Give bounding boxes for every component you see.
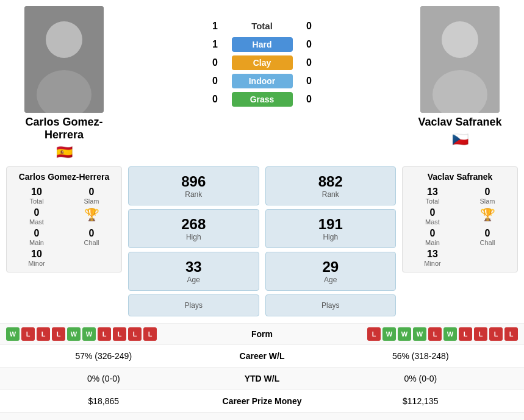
- bottom-left-2: $18,865: [6, 396, 201, 406]
- player2-minor-value: 13: [427, 249, 438, 260]
- player2-high-box: 191 High: [265, 209, 397, 248]
- player2-form-badge-5: W: [443, 327, 457, 341]
- form-label: Form: [226, 329, 299, 339]
- total-score-left: 1: [206, 21, 224, 32]
- player1-form-badge-0: W: [6, 327, 20, 341]
- player2-age-box: 29 Age: [265, 252, 397, 291]
- player2-form-badge-0: L: [367, 327, 381, 341]
- player2-form-badge-6: L: [459, 327, 472, 341]
- player2-slam-label: Slam: [479, 198, 495, 205]
- player1-form-badge-3: L: [52, 327, 65, 341]
- grass-row: 0 Grass 0: [122, 92, 402, 107]
- player1-form-badge-1: L: [21, 327, 35, 341]
- player1-chall-label: Chall: [84, 239, 99, 246]
- player2-total-value: 13: [427, 187, 438, 198]
- player1-total-label: Total: [29, 198, 43, 205]
- bottom-stats: 57% (326-249)Career W/L56% (318-248)0% (…: [0, 344, 524, 420]
- hard-row: 1 Hard 0: [122, 37, 402, 52]
- bottom-row-0: 57% (326-249)Career W/L56% (318-248): [0, 345, 524, 368]
- player1-flag: 🇪🇸: [56, 144, 73, 160]
- player1-form-badge-8: L: [128, 327, 142, 341]
- stats-section: Carlos Gomez-Herrera 10 Total 0 Slam 0 M…: [0, 163, 524, 323]
- player2-total-label: Total: [425, 198, 439, 205]
- player1-header: Carlos Gomez-Herrera 🇪🇸: [6, 6, 122, 160]
- player2-form-badge-8: L: [489, 327, 503, 341]
- indoor-badge: Indoor: [232, 74, 293, 88]
- player2-rank-value: 882: [318, 173, 343, 190]
- player1-total: 10 Total: [12, 187, 62, 205]
- player1-slam-value: 0: [89, 187, 95, 198]
- player2-mast: 0 Mast: [407, 207, 458, 226]
- player1-plays-box: Plays: [128, 294, 259, 316]
- player1-mast: 0 Mast: [12, 207, 62, 226]
- player2-trophy-cell: 🏆: [462, 207, 512, 226]
- player2-main: 0 Main: [407, 228, 458, 246]
- total-row: 1 Total 0: [122, 18, 402, 34]
- player1-form-badge-5: W: [82, 327, 96, 341]
- bottom-row-1: 0% (0-0)YTD W/L0% (0-0): [0, 368, 524, 390]
- player1-minor: 10 Minor: [12, 249, 62, 267]
- player2-total: 13 Total: [407, 187, 458, 205]
- player1-form-badge-7: L: [113, 327, 126, 341]
- svg-point-1: [46, 21, 82, 58]
- player2-chall-label: Chall: [479, 239, 495, 246]
- player1-minor-value: 10: [31, 249, 42, 260]
- player2-plays-box: Plays: [265, 294, 397, 316]
- surface-rows: 1 Total 0 1 Hard 0 0 Clay 0 0: [122, 18, 402, 110]
- player1-form-badge-4: W: [67, 327, 81, 341]
- total-badge: Total: [232, 18, 293, 34]
- bottom-row-2: $18,865Career Prize Money$112,135: [0, 390, 524, 413]
- player1-trophy-cell: 🏆: [66, 207, 117, 226]
- total-score-right: 0: [300, 21, 318, 32]
- player1-total-value: 10: [31, 187, 42, 198]
- player2-mast-label: Mast: [425, 218, 440, 226]
- player2-form: LWWWLWLLLL: [299, 327, 519, 341]
- hard-badge: Hard: [232, 37, 293, 52]
- player2-trophy-icon: 🏆: [480, 207, 495, 222]
- player2-rank-box: 882 Rank: [265, 166, 397, 205]
- player2-age-label: Age: [324, 276, 337, 284]
- bottom-label-0: Career W/L: [201, 351, 323, 361]
- player1-mast-label: Mast: [29, 218, 44, 226]
- player1-rank-value: 896: [181, 173, 206, 190]
- form-section: WLLLWWLLLL Form LWWWLWLLLL: [0, 323, 524, 344]
- indoor-row: 0 Indoor 0: [122, 74, 402, 88]
- main-container: Carlos Gomez-Herrera 🇪🇸 1 Total 0 1 Hard…: [0, 0, 524, 420]
- bottom-right-0: 56% (318-248): [323, 351, 519, 361]
- player1-mast-value: 0: [34, 207, 40, 218]
- players-header: Carlos Gomez-Herrera 🇪🇸 1 Total 0 1 Hard…: [0, 0, 524, 163]
- player2-main-label: Main: [425, 239, 440, 246]
- player1-slam: 0 Slam: [66, 187, 117, 205]
- bottom-label-2: Career Prize Money: [201, 396, 323, 406]
- indoor-score-right: 0: [300, 76, 318, 87]
- bottom-row-3: 0YTD Titles0: [0, 413, 524, 420]
- player1-chall-value: 0: [89, 228, 95, 239]
- player1-plays-label: Plays: [185, 301, 203, 310]
- clay-score-left: 0: [206, 57, 224, 68]
- player1-center-stats: 896 Rank 268 High 33 Age Plays: [128, 166, 259, 320]
- grass-score-right: 0: [300, 94, 318, 105]
- match-center: 1 Total 0 1 Hard 0 0 Clay 0 0: [122, 6, 402, 110]
- player2-plays-label: Plays: [321, 301, 339, 310]
- player2-name-card: Vaclav Safranek: [407, 172, 512, 182]
- bottom-label-1: YTD W/L: [201, 374, 323, 383]
- player1-form-badge-9: L: [143, 327, 157, 341]
- player2-form-badge-2: W: [398, 327, 411, 341]
- grass-badge: Grass: [232, 92, 293, 107]
- player2-main-value: 0: [430, 228, 436, 239]
- player2-slam: 0 Slam: [462, 187, 512, 205]
- player2-center-stats: 882 Rank 191 High 29 Age Plays: [265, 166, 397, 320]
- player2-chall: 0 Chall: [462, 228, 512, 246]
- player2-mast-value: 0: [430, 207, 436, 218]
- player1-photo: [24, 6, 104, 113]
- player1-main-value: 0: [34, 228, 40, 239]
- player2-form-badge-1: W: [382, 327, 396, 341]
- player1-stats: Carlos Gomez-Herrera 10 Total 0 Slam 0 M…: [6, 166, 122, 320]
- player2-info-card: Vaclav Safranek 13 Total 0 Slam 0 Mast: [402, 166, 518, 272]
- bottom-left-1: 0% (0-0): [6, 374, 201, 383]
- player1-name-header: Carlos Gomez-Herrera: [6, 116, 122, 141]
- player1-form-badge-2: L: [37, 327, 50, 341]
- player1-age-value: 33: [185, 258, 202, 276]
- player1-age-box: 33 Age: [128, 252, 259, 291]
- player2-stats-grid: 13 Total 0 Slam 0 Mast 🏆 0: [407, 187, 512, 267]
